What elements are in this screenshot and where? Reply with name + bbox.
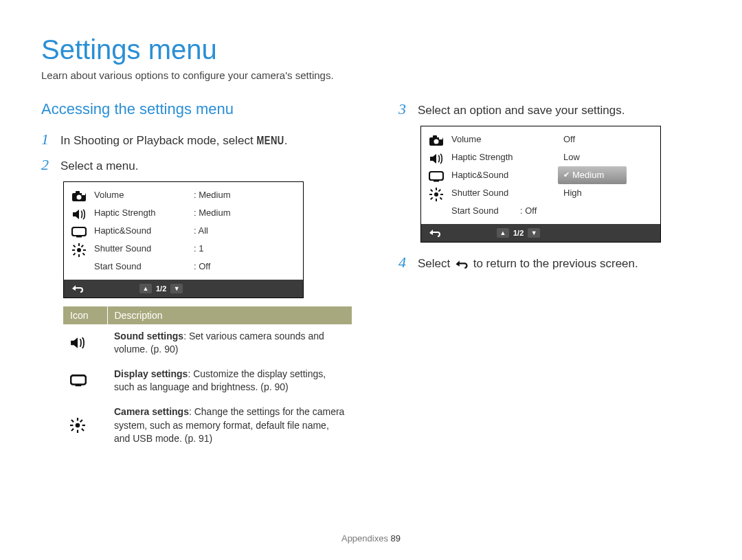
option-row[interactable]: Off <box>558 131 627 148</box>
step-number: 3 <box>398 100 411 118</box>
option-row[interactable]: Low <box>558 148 627 166</box>
page-up-icon[interactable]: ▲ <box>139 284 152 293</box>
svg-point-28 <box>434 139 439 144</box>
menu-row[interactable]: Shutter Sound: 1 <box>94 240 303 258</box>
menu-row[interactable]: Volume: Medium <box>94 186 303 204</box>
page-subtitle: Learn about various options to configure… <box>41 69 701 81</box>
step-number: 4 <box>398 254 411 271</box>
menu-row[interactable]: Start Sound: Off <box>94 258 303 276</box>
svg-rect-11 <box>73 245 76 247</box>
svg-rect-27 <box>433 135 437 138</box>
screen-footer: ▲ 1/2 ▼ <box>421 224 660 242</box>
menu-label: Haptic Strength <box>94 208 194 218</box>
page-indicator: 1/2 <box>156 284 166 293</box>
icon-description-table: Icon Description Sound settings: Set var… <box>63 306 352 451</box>
step-text: In Shooting or Playback mode, select MEN… <box>60 133 287 149</box>
screen-menu-list: Volume Haptic Strength Haptic&Sound Shut… <box>451 126 558 224</box>
svg-rect-3 <box>82 193 85 195</box>
svg-rect-12 <box>82 252 85 255</box>
desc-bold: Display settings <box>114 368 188 379</box>
pager: ▲ 1/2 ▼ <box>139 284 183 293</box>
step-number: 1 <box>41 131 54 148</box>
svg-rect-36 <box>440 194 443 195</box>
svg-rect-4 <box>72 227 86 236</box>
svg-rect-33 <box>436 188 437 190</box>
page-footer: Appendixes 89 <box>0 533 742 544</box>
page-indicator: 1/2 <box>513 229 524 237</box>
step-text: Select a menu. <box>60 158 138 175</box>
menu-row[interactable]: Haptic&Sound: All <box>94 222 303 240</box>
left-column: Accessing the settings menu 1 In Shootin… <box>41 100 344 451</box>
sound-icon <box>63 324 107 362</box>
camera-icon <box>64 188 94 205</box>
sound-icon <box>64 205 94 223</box>
svg-rect-31 <box>434 180 439 182</box>
pager: ▲ 1/2 ▼ <box>497 228 540 238</box>
page-number: 89 <box>391 533 401 544</box>
option-label: Low <box>563 152 580 162</box>
option-column: Off Low ✔Medium High <box>558 126 627 224</box>
svg-rect-16 <box>76 385 82 387</box>
back-icon[interactable] <box>64 280 91 298</box>
step-2: 2 Select a menu. <box>41 156 344 175</box>
svg-rect-35 <box>429 194 432 195</box>
menu-label: Shutter Sound <box>451 188 551 198</box>
svg-rect-38 <box>440 197 442 199</box>
step-pre: In Shooting or Playback mode, select <box>60 134 256 147</box>
svg-rect-39 <box>438 189 441 192</box>
back-icon <box>455 259 469 269</box>
menu-row[interactable]: Shutter Sound <box>451 184 558 202</box>
svg-point-32 <box>434 192 438 197</box>
svg-rect-21 <box>82 425 85 426</box>
menu-row[interactable]: Start Sound: Off <box>451 202 558 220</box>
menu-label: Haptic&Sound <box>451 170 551 180</box>
step-text: Select to return to the previous screen. <box>418 256 638 272</box>
svg-rect-15 <box>71 376 86 385</box>
option-label: Medium <box>572 170 604 180</box>
table-row: Sound settings: Set various camera sound… <box>63 324 352 362</box>
screen-sidebar <box>421 126 451 224</box>
menu-value: : 1 <box>194 243 296 254</box>
svg-rect-34 <box>436 199 437 201</box>
footer-label: Appendixes <box>341 533 388 544</box>
svg-rect-7 <box>78 243 80 246</box>
gear-icon <box>63 400 107 451</box>
menu-value: : Off <box>520 205 551 216</box>
option-label: High <box>563 188 582 198</box>
th-description: Description <box>107 306 352 324</box>
desc-bold: Sound settings <box>114 331 183 341</box>
option-label: Off <box>563 134 575 144</box>
screen-footer: ▲ 1/2 ▼ <box>64 280 303 298</box>
step-text: Select an option and save your settings. <box>418 102 625 119</box>
svg-rect-23 <box>81 428 85 432</box>
option-row[interactable]: High <box>558 184 627 202</box>
option-row-selected[interactable]: ✔Medium <box>558 166 627 184</box>
svg-rect-1 <box>76 191 80 194</box>
page-down-icon[interactable]: ▼ <box>170 284 183 293</box>
menu-row[interactable]: Haptic Strength: Medium <box>94 204 303 222</box>
step-3: 3 Select an option and save your setting… <box>398 100 701 119</box>
camera-icon <box>421 132 451 150</box>
section-heading: Accessing the settings menu <box>41 100 344 118</box>
menu-chip-icon: MENU <box>256 133 284 150</box>
display-icon <box>64 223 94 241</box>
menu-row[interactable]: Volume <box>451 131 558 148</box>
screen-sidebar <box>64 182 94 280</box>
table-row: Display settings: Customize the display … <box>63 362 352 400</box>
step-post: . <box>284 134 288 147</box>
menu-value: : Off <box>194 261 296 271</box>
menu-label: Haptic Strength <box>451 152 551 162</box>
desc-bold: Camera settings <box>114 406 189 417</box>
back-icon[interactable] <box>421 224 449 242</box>
display-icon <box>63 362 107 400</box>
svg-rect-30 <box>429 172 443 180</box>
menu-value: : All <box>194 225 296 236</box>
page-down-icon[interactable]: ▼ <box>528 228 540 238</box>
menu-label: Haptic&Sound <box>94 225 194 236</box>
menu-label: Shutter Sound <box>94 243 194 254</box>
svg-rect-37 <box>430 189 433 192</box>
menu-row[interactable]: Haptic Strength <box>451 148 558 166</box>
page-up-icon[interactable]: ▲ <box>497 228 509 238</box>
svg-rect-5 <box>76 236 82 238</box>
menu-row[interactable]: Haptic&Sound <box>451 166 558 184</box>
